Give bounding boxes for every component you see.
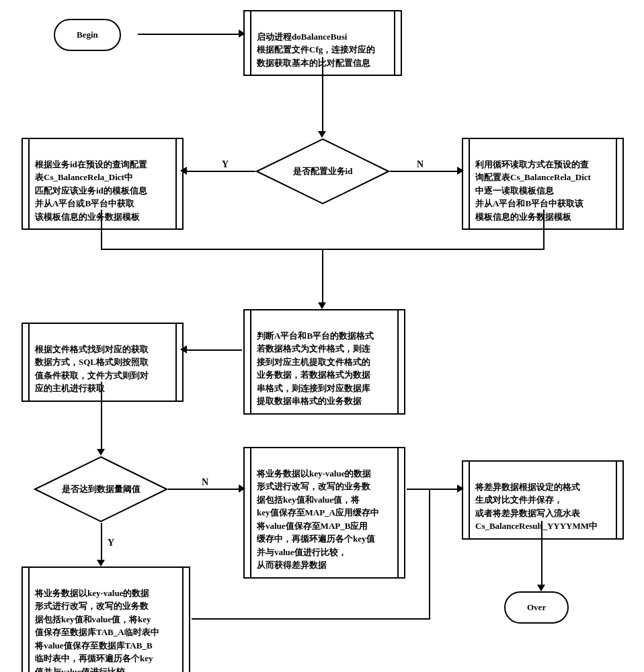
label-n2: N xyxy=(202,477,208,488)
begin-label: Begin xyxy=(77,30,98,40)
edge-start-d1 xyxy=(322,57,323,131)
decision-threshold-text: 是否达到数据量阈值 xyxy=(62,483,140,495)
edge-d1-y xyxy=(187,171,255,172)
edge-d1-y-head xyxy=(180,167,187,175)
threshold-y-process: 将业务数据以key-value的数据 形式进行改写，改写的业务数 据包括key值… xyxy=(27,566,185,672)
output-process: 将差异数据根据设定的格式 生成对比文件并保存， 或者将差异数据写入流水表 Cs_… xyxy=(467,460,618,540)
edge-judge-file-head xyxy=(180,345,187,353)
over-label: Over xyxy=(527,602,546,612)
edge-begin-start xyxy=(138,34,239,35)
edge-out-over xyxy=(541,521,542,585)
edge-d2-y-head xyxy=(97,560,105,566)
over-terminator: Over xyxy=(504,591,569,624)
threshold-n-text: 将业务数据以key-value的数据 形式进行改写，改写的业务数 据包括key值… xyxy=(257,468,379,571)
ybranch-process: 根据业务id在预设的查询配置 表Cs_BalanceRela_Dict中 匹配对… xyxy=(27,138,178,230)
edge-ty-out-h1 xyxy=(192,618,430,620)
start-process-text: 启动进程doBalanceBusi 根据配置文件Cfg，连接对应的 数据获取基本… xyxy=(257,32,375,68)
nbranch-text: 利用循环读取方式在预设的查 询配置表Cs_BalanceRela_Dict 中逐… xyxy=(475,159,591,222)
decision-bizid: 是否配置业务id xyxy=(255,138,390,205)
label-y1: Y xyxy=(222,159,229,170)
judgefmt-process: 判断A平台和B平台的数据格式 若数据格式为文件格式，则连 接到对应主机提取文件格… xyxy=(249,309,400,415)
threshold-y-text: 将业务数据以key-value的数据 形式进行改写，改写的业务数 据包括key值… xyxy=(35,588,159,673)
edge-file-d2 xyxy=(101,382,102,449)
edge-begin-start-head xyxy=(239,30,245,38)
edge-d1-n xyxy=(390,171,457,172)
edge-merge-judge-head xyxy=(318,302,326,309)
threshold-n-process: 将业务数据以key-value的数据 形式进行改写，改写的业务数 据包括key值… xyxy=(249,447,400,579)
edge-judge-file xyxy=(187,349,242,351)
edge-ty-out-v xyxy=(429,489,430,620)
edge-merge-judge xyxy=(322,249,323,302)
ybranch-text: 根据业务id在预设的查询配置 表Cs_BalanceRela_Dict中 匹配对… xyxy=(35,159,147,222)
judgefmt-text: 判断A平台和B平台的数据格式 若数据格式为文件格式，则连 接到对应主机提取文件格… xyxy=(257,331,374,407)
edge-start-d1-head xyxy=(318,131,326,138)
label-y2: Y xyxy=(108,538,114,548)
edge-out-over-head xyxy=(537,585,545,591)
edge-n-down xyxy=(543,210,545,250)
decision-bizid-text: 是否配置业务id xyxy=(293,165,353,177)
edge-file-d2-head xyxy=(97,449,105,456)
edge-d1-n-head xyxy=(457,167,464,175)
edge-y-down xyxy=(101,210,102,250)
edge-tn-out xyxy=(407,489,457,490)
edge-d2-y xyxy=(101,523,102,560)
output-text: 将差异数据根据设定的格式 生成对比文件并保存， 或者将差异数据写入流水表 Cs_… xyxy=(475,482,598,532)
edge-d2-n xyxy=(168,489,239,490)
label-n1: N xyxy=(417,159,424,170)
edge-tn-out-head xyxy=(457,485,464,493)
decision-threshold: 是否达到数据量阈值 xyxy=(34,456,168,523)
filefmt-process: 根据文件格式找到对应的获取 数据方式，SQL格式则按照取 值条件获取，文件方式则… xyxy=(27,323,178,402)
filefmt-text: 根据文件格式找到对应的获取 数据方式，SQL格式则按照取 值条件获取，文件方式则… xyxy=(35,344,149,394)
begin-terminator: Begin xyxy=(54,19,121,51)
edge-d2-n-head xyxy=(239,485,245,493)
